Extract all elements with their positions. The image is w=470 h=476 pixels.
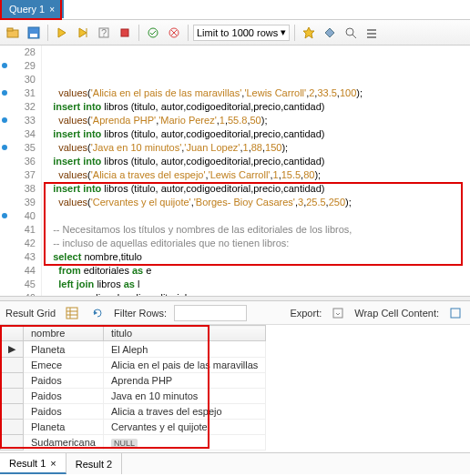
explain-icon[interactable]: ? (95, 24, 113, 42)
result-grid-label: Result Grid (5, 308, 56, 319)
separator (138, 25, 139, 41)
row-indicator (1, 358, 24, 373)
export-icon[interactable] (329, 304, 347, 322)
grid-view-icon[interactable] (63, 304, 81, 322)
row-indicator (1, 435, 24, 451)
cell-titulo[interactable]: El Aleph (103, 341, 265, 358)
table-row[interactable]: PaidosJava en 10 minutos (1, 389, 266, 404)
cell-titulo[interactable]: Aprenda PHP (103, 373, 265, 389)
close-icon[interactable]: × (49, 5, 55, 15)
tab-query1[interactable]: Query 1 × (0, 0, 64, 18)
row-indicator (1, 404, 24, 420)
table-row[interactable]: PaidosAlicia a traves del espejo (1, 404, 266, 420)
table-row[interactable]: EmeceAlicia en el pais de las maravillas (1, 358, 266, 373)
result-grid[interactable]: nombre titulo ▶PlanetaEl AlephEmeceAlici… (0, 325, 470, 452)
cell-titulo[interactable]: Cervantes y el quijote (103, 420, 265, 435)
cell-nombre[interactable]: Planeta (24, 341, 104, 358)
col-nombre[interactable]: nombre (24, 326, 104, 341)
cell-nombre[interactable]: Paidos (24, 373, 104, 389)
svg-rect-25 (333, 309, 342, 318)
svg-marker-14 (303, 27, 314, 38)
table-row[interactable]: PlanetaCervantes y el quijote (1, 420, 266, 435)
col-titulo[interactable]: titulo (103, 326, 265, 341)
svg-marker-4 (58, 28, 66, 37)
filter-label: Filter Rows: (114, 308, 167, 319)
svg-rect-20 (66, 308, 77, 319)
cell-titulo[interactable]: NULL (103, 435, 265, 451)
star-icon[interactable] (300, 24, 318, 42)
tab-label: Result 1 (9, 458, 46, 469)
svg-point-15 (346, 28, 353, 35)
cell-nombre[interactable]: Planeta (24, 420, 104, 435)
result-table: nombre titulo ▶PlanetaEl AlephEmeceAlici… (0, 325, 266, 451)
settings-icon[interactable] (363, 24, 381, 42)
table-row[interactable]: ▶PlanetaEl Aleph (1, 341, 266, 358)
separator (294, 25, 295, 41)
separator (47, 25, 48, 41)
limit-label: Limit to 1000 rows (197, 27, 278, 38)
open-icon[interactable] (4, 24, 22, 42)
row-indicator (1, 389, 24, 404)
svg-marker-5 (79, 28, 87, 37)
rollback-icon[interactable] (165, 24, 183, 42)
results-toolbar: Result Grid Filter Rows: Export: Wrap Ce… (0, 301, 470, 325)
result-tabs: Result 1 × Result 2 (0, 452, 470, 474)
close-icon[interactable]: × (50, 458, 56, 469)
toolbar: ? Limit to 1000 rows ▾ (0, 20, 470, 46)
execute-icon[interactable] (53, 24, 71, 42)
wrap-label: Wrap Cell Content: (354, 308, 439, 319)
wrap-icon[interactable] (446, 304, 465, 322)
cell-titulo[interactable]: Alicia en el pais de las maravillas (103, 358, 265, 373)
svg-line-16 (352, 35, 356, 38)
refresh-icon[interactable] (88, 304, 107, 322)
row-indicator (1, 373, 24, 389)
export-label: Export: (290, 308, 322, 319)
svg-rect-3 (30, 34, 37, 37)
cell-titulo[interactable]: Java en 10 minutos (103, 389, 265, 404)
separator (188, 25, 189, 41)
commit-icon[interactable] (144, 24, 162, 42)
svg-rect-18 (367, 33, 376, 35)
tab-label: Result 2 (76, 459, 112, 470)
row-indicator: ▶ (1, 341, 24, 358)
cell-nombre[interactable]: Emece (24, 358, 104, 373)
svg-rect-17 (367, 29, 376, 31)
svg-rect-19 (367, 36, 376, 38)
sql-editor[interactable]: 2829303132333435363738394041424344454647… (0, 46, 470, 296)
save-icon[interactable] (25, 24, 43, 42)
cell-nombre[interactable]: Sudamericana (24, 435, 104, 451)
limit-rows-select[interactable]: Limit to 1000 rows ▾ (193, 25, 290, 41)
cell-titulo[interactable]: Alicia a traves del espejo (103, 404, 265, 420)
svg-text:?: ? (101, 27, 107, 38)
svg-rect-1 (7, 28, 13, 31)
table-row[interactable]: SudamericanaNULL (1, 435, 266, 451)
svg-point-10 (148, 28, 158, 37)
svg-marker-24 (94, 310, 97, 315)
cell-nombre[interactable]: Paidos (24, 389, 104, 404)
tab-label: Query 1 (9, 4, 45, 15)
cell-nombre[interactable]: Paidos (24, 404, 104, 420)
code-area[interactable]: values('Alicia en el pais de las maravil… (42, 46, 470, 296)
line-gutter: 2829303132333435363738394041424344454647… (0, 46, 42, 296)
beautify-icon[interactable] (321, 24, 339, 42)
svg-rect-26 (451, 309, 460, 318)
stop-icon[interactable] (116, 24, 134, 42)
tab-result2[interactable]: Result 2 (66, 453, 122, 474)
table-row[interactable]: PaidosAprenda PHP (1, 373, 266, 389)
tab-result1[interactable]: Result 1 × (0, 453, 66, 474)
row-indicator (1, 420, 24, 435)
query-tabs: Query 1 × (0, 0, 470, 20)
search-icon[interactable] (342, 24, 360, 42)
filter-input[interactable] (174, 305, 247, 321)
execute-current-icon[interactable] (74, 24, 92, 42)
row-header-blank (1, 326, 24, 341)
svg-rect-9 (121, 29, 128, 36)
